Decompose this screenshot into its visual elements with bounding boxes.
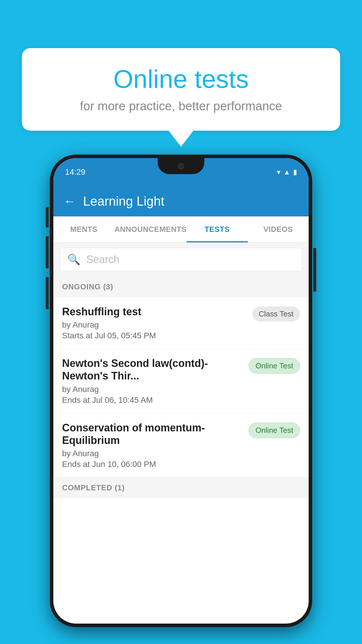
test-title-1: Reshuffling test	[62, 305, 247, 318]
status-icons: ▾ ▲ ▮	[277, 168, 297, 176]
status-time: 14:29	[65, 167, 85, 177]
wifi-icon: ▾	[277, 168, 280, 176]
test-date-2: Ends at Jul 06, 10:45 AM	[62, 396, 243, 405]
notch	[158, 158, 204, 174]
extra-button	[46, 277, 49, 309]
search-placeholder: Search	[86, 253, 120, 266]
volume-up-button	[46, 207, 49, 228]
volume-down-button	[46, 236, 49, 268]
test-list: Reshuffling test by Anurag Starts at Jul…	[53, 297, 309, 477]
back-button[interactable]: ←	[64, 194, 76, 208]
app-bar: ← Learning Light	[53, 186, 309, 216]
phone-mockup: 14:29 ▾ ▲ ▮ ← Learning Light MENTS	[50, 155, 312, 627]
test-title-3: Conservation of momentum-Equilibrium	[62, 421, 243, 447]
search-box[interactable]: 🔍 Search	[60, 248, 302, 271]
test-item-content: Reshuffling test by Anurag Starts at Jul…	[62, 305, 247, 340]
tab-announcements[interactable]: ANNOUNCEMENTS	[114, 216, 187, 242]
search-container: 🔍 Search	[53, 243, 309, 276]
test-author-2: by Anurag	[62, 385, 243, 394]
bubble-subtitle: for more practice, better performance	[39, 99, 323, 113]
tabs-bar: MENTS ANNOUNCEMENTS TESTS VIDEOS	[53, 216, 309, 243]
phone-outer: 14:29 ▾ ▲ ▮ ← Learning Light MENTS	[50, 155, 312, 627]
app-bar-title: Learning Light	[83, 194, 164, 209]
ongoing-section-header: ONGOING (3)	[53, 276, 309, 297]
completed-section-header: COMPLETED (1)	[53, 477, 309, 498]
signal-icon: ▲	[283, 168, 290, 176]
badge-class-test-1: Class Test	[252, 307, 300, 321]
test-date-1: Starts at Jul 05, 05:45 PM	[62, 331, 247, 340]
test-item-content: Newton's Second law(contd)-Newton's Thir…	[62, 357, 243, 405]
bubble-title: Online tests	[39, 64, 323, 94]
test-date-3: Ends at Jun 10, 06:00 PM	[62, 460, 243, 469]
list-item[interactable]: Newton's Second law(contd)-Newton's Thir…	[53, 349, 309, 413]
badge-online-test-3: Online Test	[249, 423, 300, 438]
search-icon: 🔍	[67, 253, 80, 266]
test-author-3: by Anurag	[62, 449, 243, 458]
badge-online-test-2: Online Test	[249, 358, 300, 374]
test-author-1: by Anurag	[62, 320, 247, 330]
battery-icon: ▮	[293, 168, 297, 176]
tab-videos[interactable]: VIDEOS	[248, 216, 309, 242]
tab-ments[interactable]: MENTS	[53, 216, 114, 242]
tab-tests[interactable]: TESTS	[187, 216, 247, 242]
status-bar: 14:29 ▾ ▲ ▮	[53, 158, 309, 186]
test-title-2: Newton's Second law(contd)-Newton's Thir…	[62, 357, 243, 382]
list-item[interactable]: Reshuffling test by Anurag Starts at Jul…	[53, 297, 309, 349]
power-button	[313, 248, 316, 292]
front-camera	[178, 163, 184, 169]
phone-screen: 14:29 ▾ ▲ ▮ ← Learning Light MENTS	[53, 158, 309, 624]
list-item[interactable]: Conservation of momentum-Equilibrium by …	[53, 413, 309, 477]
test-item-content: Conservation of momentum-Equilibrium by …	[62, 421, 243, 469]
speech-bubble: Online tests for more practice, better p…	[22, 48, 340, 131]
